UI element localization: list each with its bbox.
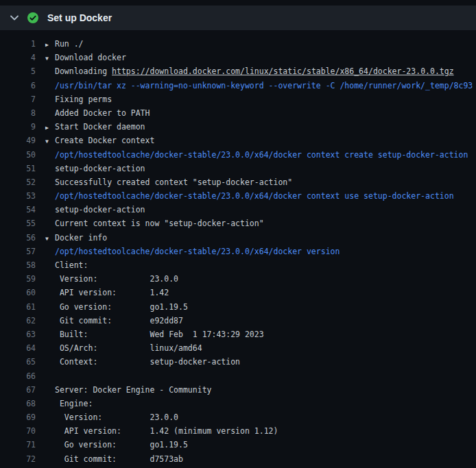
- line-number[interactable]: 66: [0, 369, 36, 383]
- log-text: Go version: go1.19.5: [55, 440, 188, 449]
- line-content[interactable]: ▼Create Docker context: [36, 134, 476, 147]
- line-number[interactable]: 5: [0, 64, 36, 78]
- log-line: 51setup-docker-action: [0, 162, 476, 175]
- line-number[interactable]: 61: [0, 300, 36, 314]
- log-text: Version: 23.0.0: [55, 412, 178, 422]
- line-number[interactable]: 68: [0, 397, 36, 410]
- line-number[interactable]: 71: [0, 438, 36, 452]
- line-number[interactable]: 52: [0, 175, 36, 189]
- line-number[interactable]: 65: [0, 355, 36, 369]
- log-text: Successfully created context "setup-dock…: [55, 177, 292, 187]
- log-line: 52Successfully created context "setup-do…: [0, 175, 476, 189]
- line-number[interactable]: 63: [0, 328, 36, 341]
- log-line: 56▼Docker info: [0, 231, 476, 245]
- log-text: Fixing perms: [55, 95, 112, 104]
- log-line: 50/opt/hostedtoolcache/docker-stable/23.…: [0, 148, 476, 162]
- log-line: 71 Go version: go1.19.5: [0, 438, 476, 452]
- line-content[interactable]: ▶Run ./: [36, 37, 476, 51]
- log-line: 66: [0, 369, 476, 383]
- line-content: /opt/hostedtoolcache/docker-stable/23.0.…: [36, 189, 476, 203]
- line-number[interactable]: 60: [0, 286, 36, 299]
- log-text: Added Docker to PATH: [55, 108, 150, 118]
- expand-icon[interactable]: ▶: [45, 121, 55, 134]
- command-text: /opt/hostedtoolcache/docker-stable/23.0.…: [55, 247, 340, 256]
- log-link[interactable]: https://download.docker.com/linux/static…: [112, 66, 454, 76]
- check-circle-icon: [27, 12, 38, 23]
- log-line: 67Server: Docker Engine - Community: [0, 383, 476, 397]
- log-text: Engine:: [55, 399, 93, 408]
- log-line: 61 Go version: go1.19.5: [0, 300, 476, 314]
- log-text: API version: 1.42: [55, 288, 169, 297]
- log-text: setup-docker-action: [55, 164, 145, 173]
- line-number[interactable]: 56: [0, 231, 36, 245]
- line-content: setup-docker-action: [36, 203, 476, 217]
- log-line: 63 Built: Wed Feb 1 17:43:29 2023: [0, 328, 476, 341]
- line-content[interactable]: ▼Download docker: [36, 51, 476, 64]
- line-number[interactable]: 67: [0, 383, 36, 397]
- line-number[interactable]: 70: [0, 424, 36, 438]
- line-content: Server: Docker Engine - Community: [36, 383, 476, 397]
- line-number[interactable]: 9: [0, 120, 36, 134]
- log-line: 59 Version: 23.0.0: [0, 272, 476, 286]
- line-number[interactable]: 1: [0, 37, 36, 51]
- line-number[interactable]: 62: [0, 314, 36, 328]
- line-number[interactable]: 4: [0, 51, 36, 64]
- log-line: 69 Version: 23.0.0: [0, 410, 476, 424]
- log-line: 60 API version: 1.42: [0, 286, 476, 299]
- log-line: 65 Context: setup-docker-action: [0, 355, 476, 369]
- log-line: 70 API version: 1.42 (minimum version 1.…: [0, 424, 476, 438]
- line-number[interactable]: 64: [0, 341, 36, 355]
- log-text: Current context is now "setup-docker-act…: [55, 219, 264, 228]
- line-content: API version: 1.42: [36, 286, 476, 299]
- group-label: Docker info: [55, 233, 107, 243]
- line-number[interactable]: 69: [0, 410, 36, 424]
- line-content[interactable]: ▶Start Docker daemon: [36, 120, 476, 134]
- log-line: 4▼Download docker: [0, 51, 476, 64]
- line-content[interactable]: ▼Docker info: [36, 231, 476, 245]
- log-text: Version: 23.0.0: [55, 274, 178, 284]
- log-line: 54setup-docker-action: [0, 203, 476, 217]
- line-number[interactable]: 51: [0, 162, 36, 175]
- expand-icon[interactable]: ▶: [45, 38, 55, 51]
- collapse-icon[interactable]: ▼: [45, 232, 55, 245]
- line-number[interactable]: 58: [0, 258, 36, 272]
- line-content: Built: Wed Feb 1 17:43:29 2023: [36, 328, 476, 341]
- step-header[interactable]: Set up Docker: [0, 5, 476, 30]
- group-label: Run ./: [55, 39, 84, 49]
- line-content: Current context is now "setup-docker-act…: [36, 217, 476, 230]
- line-number[interactable]: 50: [0, 148, 36, 162]
- line-content: Go version: go1.19.5: [36, 300, 476, 314]
- command-text: /opt/hostedtoolcache/docker-stable/23.0.…: [55, 150, 468, 160]
- line-number[interactable]: 57: [0, 245, 36, 258]
- line-number[interactable]: 55: [0, 217, 36, 230]
- line-number[interactable]: 7: [0, 93, 36, 106]
- group-label: Download docker: [55, 53, 126, 62]
- log-text: OS/Arch: linux/amd64: [55, 343, 202, 353]
- line-content: /opt/hostedtoolcache/docker-stable/23.0.…: [36, 148, 476, 162]
- line-content: /opt/hostedtoolcache/docker-stable/23.0.…: [36, 245, 476, 258]
- log-line: 9▶Start Docker daemon: [0, 120, 476, 134]
- log-text: Client:: [55, 260, 88, 270]
- line-number[interactable]: 72: [0, 452, 36, 466]
- chevron-down-icon[interactable]: [10, 15, 19, 21]
- log-line: 6/usr/bin/tar xz --warning=no-unknown-ke…: [0, 79, 476, 93]
- line-number[interactable]: 49: [0, 134, 36, 147]
- line-content: Downloading https://download.docker.com/…: [36, 64, 476, 78]
- line-number[interactable]: 54: [0, 203, 36, 217]
- log-line: 57/opt/hostedtoolcache/docker-stable/23.…: [0, 245, 476, 258]
- line-content: Client:: [36, 258, 476, 272]
- line-number[interactable]: 59: [0, 272, 36, 286]
- log-text: setup-docker-action: [55, 205, 145, 214]
- command-text: /opt/hostedtoolcache/docker-stable/23.0.…: [55, 191, 454, 201]
- line-content: Version: 23.0.0: [36, 272, 476, 286]
- log-text: Built: Wed Feb 1 17:43:29 2023: [55, 330, 264, 339]
- collapse-icon[interactable]: ▼: [45, 135, 55, 147]
- log-line: 55Current context is now "setup-docker-a…: [0, 217, 476, 230]
- collapse-icon[interactable]: ▼: [45, 52, 55, 64]
- line-number[interactable]: 6: [0, 79, 36, 93]
- log-text: Context: setup-docker-action: [55, 357, 240, 367]
- line-number[interactable]: 8: [0, 106, 36, 120]
- line-number[interactable]: 53: [0, 189, 36, 203]
- log-text: Server: Docker Engine - Community: [55, 385, 211, 395]
- log-line: 5Downloading https://download.docker.com…: [0, 64, 476, 78]
